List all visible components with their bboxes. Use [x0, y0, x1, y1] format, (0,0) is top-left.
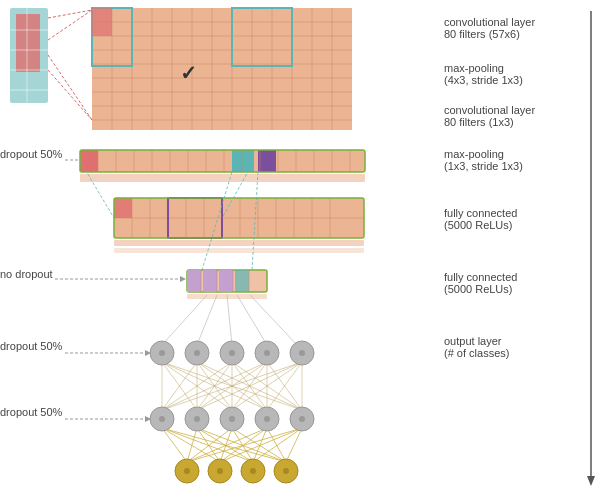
conv2-line2: 80 filters (1x3) [444, 116, 574, 128]
fc1-line1: fully connected [444, 207, 574, 219]
svg-line-121 [162, 428, 187, 462]
svg-rect-33 [92, 8, 112, 36]
labels-area: convolutional layer 80 filters (57x6) ma… [434, 0, 604, 503]
svg-line-132 [232, 428, 286, 462]
svg-line-100 [162, 362, 302, 410]
svg-point-145 [290, 341, 314, 365]
svg-point-168 [283, 468, 289, 474]
svg-line-89 [80, 161, 114, 218]
fc2-line2: (5000 ReLUs) [444, 283, 574, 295]
svg-point-142 [185, 341, 209, 365]
svg-text:✓: ✓ [180, 62, 197, 84]
conv1-line2: 80 filters (57x6) [444, 28, 574, 40]
svg-line-137 [187, 428, 302, 462]
svg-point-143 [220, 341, 244, 365]
svg-point-153 [220, 407, 244, 431]
fc1-line2: (5000 ReLUs) [444, 219, 574, 231]
svg-line-124 [162, 428, 286, 462]
svg-point-150 [299, 350, 305, 356]
svg-line-140 [286, 428, 302, 462]
svg-rect-72 [168, 198, 222, 238]
svg-line-139 [253, 428, 302, 462]
svg-rect-1 [16, 14, 40, 72]
svg-point-146 [159, 350, 165, 356]
svg-line-117 [197, 362, 302, 410]
svg-point-163 [241, 459, 265, 483]
svg-line-134 [220, 428, 267, 462]
svg-point-164 [274, 459, 298, 483]
maxpool1-line2: (4x3, stride 1x3) [444, 74, 574, 86]
svg-point-141 [150, 341, 174, 365]
svg-point-167 [250, 468, 256, 474]
svg-point-160 [299, 416, 305, 422]
svg-line-110 [232, 362, 302, 410]
svg-line-122 [162, 428, 220, 462]
svg-line-135 [253, 428, 267, 462]
svg-line-7 [48, 10, 92, 18]
dropout1-label: dropout 50% [0, 148, 62, 160]
svg-line-105 [197, 362, 302, 410]
svg-line-111 [162, 362, 267, 410]
svg-line-109 [232, 362, 267, 410]
svg-line-99 [162, 362, 267, 410]
svg-rect-80 [187, 270, 201, 292]
fc1-label: fully connected (5000 ReLUs) [444, 207, 574, 231]
svg-rect-83 [235, 270, 249, 292]
svg-rect-38 [232, 150, 254, 172]
svg-line-138 [220, 428, 302, 462]
maxpool1-line1: max-pooling [444, 62, 574, 74]
conv2-line1: convolutional layer [444, 104, 574, 116]
main-container: ✓ [0, 0, 604, 503]
no-dropout-label: no dropout [0, 268, 53, 280]
svg-line-131 [232, 428, 253, 462]
svg-rect-79 [187, 270, 267, 292]
svg-line-92 [197, 295, 217, 345]
svg-line-94 [237, 295, 267, 345]
svg-line-93 [227, 295, 232, 345]
output-line1: output layer [444, 335, 574, 347]
svg-line-106 [162, 362, 232, 410]
svg-line-101 [162, 362, 197, 410]
svg-line-126 [197, 428, 220, 462]
svg-point-161 [175, 459, 199, 483]
svg-line-119 [267, 362, 302, 410]
svg-line-128 [197, 428, 286, 462]
svg-line-118 [232, 362, 302, 410]
svg-line-116 [162, 362, 302, 410]
maxpool2-line2: (1x3, stride 1x3) [444, 160, 574, 172]
svg-point-148 [229, 350, 235, 356]
svg-marker-173 [145, 350, 151, 356]
svg-line-77 [252, 172, 258, 270]
svg-line-9 [48, 10, 92, 40]
svg-point-154 [255, 407, 279, 431]
svg-point-156 [159, 416, 165, 422]
svg-line-90 [222, 161, 254, 218]
svg-rect-36 [80, 150, 365, 172]
svg-line-98 [162, 362, 232, 410]
conv2-label: convolutional layer 80 filters (1x3) [444, 104, 574, 128]
svg-line-127 [197, 428, 253, 462]
svg-point-152 [185, 407, 209, 431]
svg-rect-82 [219, 270, 233, 292]
svg-rect-55 [80, 150, 365, 172]
svg-point-166 [217, 468, 223, 474]
svg-line-130 [220, 428, 232, 462]
fc2-label: fully connected (5000 ReLUs) [444, 271, 574, 295]
svg-point-159 [264, 416, 270, 422]
svg-line-107 [197, 362, 232, 410]
svg-point-165 [184, 468, 190, 474]
dropout2-label: dropout 50% [0, 340, 62, 352]
svg-line-95 [250, 295, 297, 345]
svg-rect-81 [203, 270, 217, 292]
svg-line-129 [187, 428, 232, 462]
conv1-line1: convolutional layer [444, 16, 574, 28]
svg-rect-78 [187, 270, 267, 292]
svg-line-112 [197, 362, 267, 410]
svg-line-76 [202, 172, 232, 270]
svg-line-113 [232, 362, 267, 410]
svg-point-162 [208, 459, 232, 483]
output-line2: (# of classes) [444, 347, 574, 359]
svg-line-103 [197, 362, 232, 410]
svg-line-133 [187, 428, 267, 462]
svg-rect-32 [92, 8, 132, 66]
